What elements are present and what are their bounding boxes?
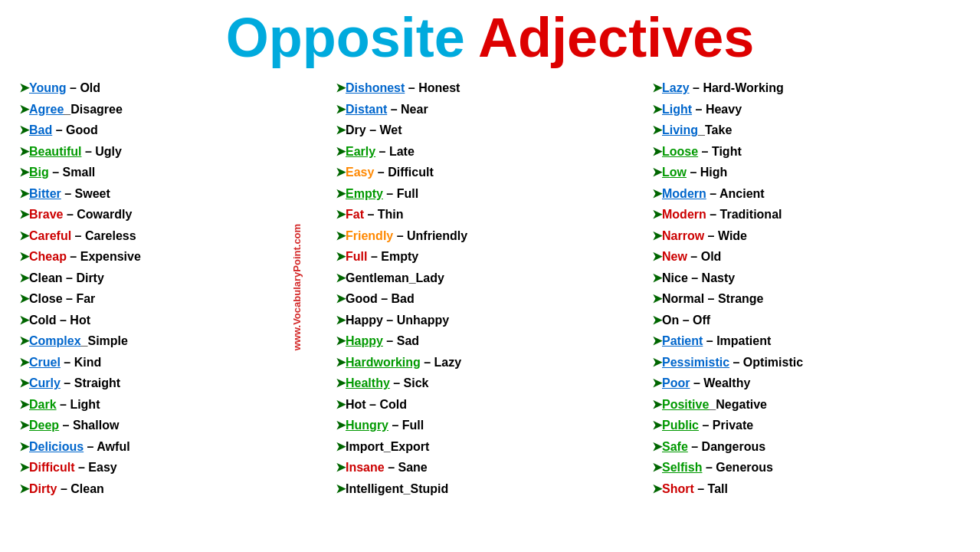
list-item: ➤Nice – Nasty bbox=[652, 268, 961, 289]
arrow-icon: ➤ bbox=[336, 440, 346, 453]
separator: _ bbox=[64, 103, 70, 116]
opposite-word: Unfriendly bbox=[407, 229, 467, 242]
adjective-word: Delicious bbox=[29, 440, 84, 453]
opposite-word: High bbox=[700, 166, 728, 179]
opposite-word: Easy bbox=[88, 461, 116, 474]
arrow-icon: ➤ bbox=[19, 419, 29, 432]
arrow-icon: ➤ bbox=[336, 334, 346, 347]
opposite-word: Private bbox=[713, 419, 753, 432]
list-item: ➤New – Old bbox=[652, 246, 961, 268]
arrow-icon: ➤ bbox=[19, 482, 29, 495]
adjective-word: Healthy bbox=[346, 376, 390, 389]
arrow-icon: ➤ bbox=[652, 187, 662, 200]
arrow-icon: ➤ bbox=[19, 229, 29, 242]
list-item: ➤Bitter – Sweet bbox=[19, 183, 328, 205]
list-item: ➤Dishonest – Honest bbox=[336, 77, 644, 99]
list-item: ➤Clean – Dirty bbox=[19, 268, 328, 289]
separator: – bbox=[375, 145, 389, 158]
arrow-icon: ➤ bbox=[19, 250, 29, 263]
adjective-word: Easy bbox=[346, 166, 374, 179]
adjective-word: Dishonest bbox=[346, 81, 405, 94]
opposite-word: Kind bbox=[74, 356, 102, 369]
opposite-word: Off bbox=[693, 314, 710, 327]
arrow-icon: ➤ bbox=[652, 81, 662, 94]
adjective-word: Positive bbox=[662, 398, 709, 411]
list-item: ➤Empty – Full bbox=[336, 183, 644, 205]
list-item: ➤Poor – Wealthy bbox=[652, 373, 961, 394]
opposite-word: Cowardly bbox=[77, 208, 132, 221]
adjective-word: Distant bbox=[346, 103, 387, 116]
arrow-icon: ➤ bbox=[336, 419, 346, 432]
list-item: ➤Living_Take bbox=[652, 120, 961, 141]
list-item: ➤Happy – Unhappy bbox=[336, 310, 644, 331]
separator: – bbox=[67, 81, 80, 94]
separator: – bbox=[383, 187, 397, 200]
arrow-icon: ➤ bbox=[336, 314, 346, 327]
list-item: ➤Cruel – Kind bbox=[19, 352, 328, 373]
adjective-word: Curly bbox=[29, 376, 61, 389]
opposite-word: Careless bbox=[85, 229, 136, 242]
adjective-word: Beautiful bbox=[29, 145, 81, 158]
arrow-icon: ➤ bbox=[652, 208, 662, 221]
arrow-icon: ➤ bbox=[336, 356, 346, 369]
adjective-word: New bbox=[662, 250, 687, 263]
column-2: ➤Dishonest – Honest➤Distant – Near➤Dry –… bbox=[332, 77, 648, 499]
opposite-word: Old bbox=[701, 250, 722, 263]
arrow-icon: ➤ bbox=[652, 461, 662, 474]
adjective-word: Light bbox=[662, 103, 692, 116]
list-item: ➤Happy – Sad bbox=[336, 330, 644, 352]
arrow-icon: ➤ bbox=[336, 271, 346, 284]
list-item: ➤Dirty – Clean bbox=[19, 478, 328, 500]
adjective-word: Difficult bbox=[29, 461, 75, 474]
list-item: ➤On – Off bbox=[652, 310, 961, 331]
list-item: ➤Agree_Disagree bbox=[19, 99, 328, 120]
separator: – bbox=[405, 81, 418, 94]
adjective-word: Young bbox=[29, 81, 67, 94]
adjective-word: Selfish bbox=[662, 461, 702, 474]
list-item: ➤Hungry – Full bbox=[336, 415, 644, 436]
separator: – bbox=[378, 292, 392, 305]
adjective-word: Full bbox=[346, 250, 367, 263]
separator: – bbox=[679, 314, 693, 327]
opposite-word: Sick bbox=[404, 376, 429, 389]
opposite-word: Awful bbox=[97, 440, 129, 453]
adjective-word: Deep bbox=[29, 419, 59, 432]
arrow-icon: ➤ bbox=[336, 166, 346, 179]
list-item: ➤Fat – Thin bbox=[336, 204, 644, 225]
opposite-word: Straight bbox=[74, 376, 120, 389]
list-item: ➤Positive_Negative bbox=[652, 394, 961, 416]
opposite-word: Late bbox=[389, 145, 415, 158]
adjective-word: Pessimistic bbox=[662, 356, 729, 369]
list-item: ➤Gentleman_Lady bbox=[336, 268, 644, 289]
opposite-word: Cold bbox=[379, 398, 407, 411]
adjective-word: Fat bbox=[346, 208, 364, 221]
adjective-word: Low bbox=[662, 166, 687, 179]
opposite-word: Optimistic bbox=[743, 356, 803, 369]
adjective-word: Dry bbox=[346, 123, 366, 136]
list-item: ➤Bad – Good bbox=[19, 120, 328, 141]
arrow-icon: ➤ bbox=[336, 123, 346, 136]
separator: – bbox=[687, 166, 700, 179]
separator: – bbox=[388, 419, 402, 432]
arrow-icon: ➤ bbox=[19, 187, 29, 200]
arrow-icon: ➤ bbox=[336, 250, 346, 263]
arrow-icon: ➤ bbox=[336, 482, 346, 495]
adjective-word: Good bbox=[346, 292, 378, 305]
list-item: ➤Dark – Light bbox=[19, 394, 328, 416]
opposite-word: Dirty bbox=[76, 271, 103, 284]
list-item: ➤Curly – Straight bbox=[19, 373, 328, 394]
adjective-word: Lazy bbox=[662, 81, 690, 94]
arrow-icon: ➤ bbox=[336, 229, 346, 242]
adjective-word: Friendly bbox=[346, 229, 393, 242]
separator: – bbox=[421, 356, 434, 369]
separator: _ bbox=[698, 123, 705, 136]
adjective-word: Narrow bbox=[662, 229, 704, 242]
arrow-icon: ➤ bbox=[336, 292, 346, 305]
list-item: ➤Hardworking – Lazy bbox=[336, 352, 644, 373]
arrow-icon: ➤ bbox=[652, 398, 662, 411]
title-opposite: Opposite bbox=[226, 7, 465, 68]
separator: – bbox=[57, 314, 70, 327]
list-item: ➤Distant – Near bbox=[336, 99, 644, 120]
list-item: ➤Dry – Wet bbox=[336, 120, 644, 141]
arrow-icon: ➤ bbox=[19, 440, 29, 453]
